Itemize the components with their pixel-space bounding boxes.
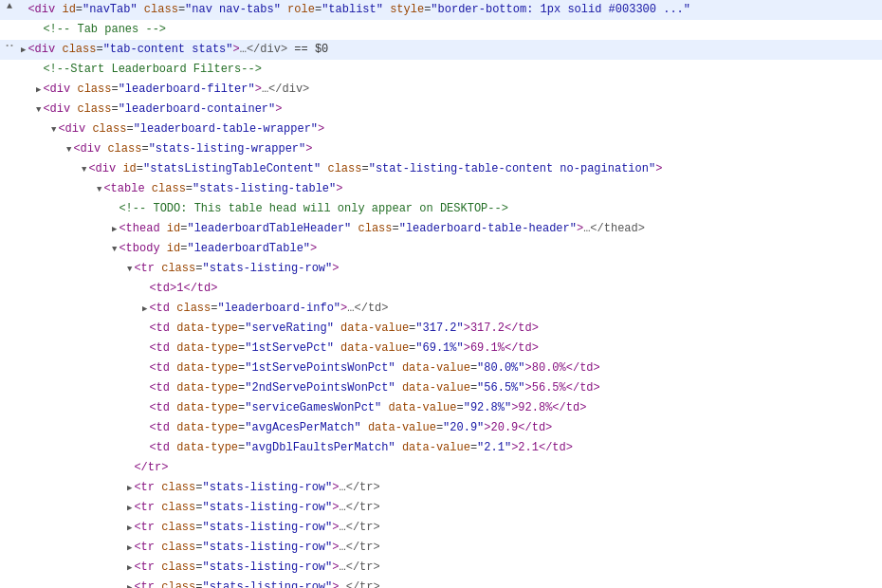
code-line[interactable]: ▶<!--Start Leaderboard Filters-->: [0, 60, 882, 80]
tag-name: <td: [149, 341, 170, 355]
code-line[interactable]: ▶<tr class="stats-listing-row">…</tr>: [0, 578, 882, 588]
code-line[interactable]: ▶<tr class="stats-listing-row">…</tr>: [0, 518, 882, 538]
expand-toggle-icon[interactable]: ▶: [112, 220, 119, 238]
line-content: <tr class="stats-listing-row">…</tr>: [134, 519, 379, 536]
attr-name: data-type: [176, 421, 238, 434]
attr-value: "leaderboard-table-wrapper": [134, 122, 318, 136]
tag-name: <td: [149, 282, 170, 295]
attr-name: data-value: [402, 381, 470, 395]
code-content: ▶<td data-type="serveRating" data-value=…: [17, 320, 542, 338]
attr-value: "20.9": [443, 421, 484, 434]
collapse-toggle-icon[interactable]: ▼: [127, 260, 134, 278]
attr-value: "border-bottom: 1px solid #003300 ...": [431, 3, 690, 16]
code-content: ▶<thead id="leaderboardTableHeader" clas…: [17, 220, 649, 238]
code-line[interactable]: ▶<td data-type="1stServePct" data-value=…: [0, 339, 882, 358]
collapse-toggle-icon[interactable]: ▼: [82, 160, 88, 178]
code-line[interactable]: ▼<div class="stats-listing-wrapper">: [0, 139, 882, 159]
line-content: <!-- TODO: This table head will only app…: [119, 200, 507, 217]
code-line[interactable]: ▼<tbody id="leaderboardTable">: [0, 239, 882, 259]
expand-toggle-icon[interactable]: ▶: [142, 300, 149, 318]
collapse-toggle-icon[interactable]: ▼: [112, 240, 119, 258]
code-content: ▶<!-- Tab panes -->: [17, 21, 170, 39]
expand-toggle-icon[interactable]: ▶: [127, 479, 134, 497]
expand-toggle-icon[interactable]: ▶: [127, 579, 134, 588]
code-line[interactable]: ▲▶<div id="navTab" class="nav nav-tabs" …: [0, 0, 882, 20]
code-line[interactable]: ▼<div id="statsListingTableContent" clas…: [0, 159, 882, 179]
line-content: <!-- Tab panes -->: [43, 21, 166, 38]
code-line[interactable]: ▼<div class="leaderboard-container">: [0, 100, 882, 119]
tag-name: <div: [73, 142, 101, 156]
code-line[interactable]: ▼<div class="leaderboard-table-wrapper">: [0, 119, 882, 139]
code-line[interactable]: ▶<td class="leaderboard-info">…</td>: [0, 299, 882, 319]
collapse-toggle-icon[interactable]: ▼: [66, 140, 73, 158]
attr-name: data-type: [176, 361, 238, 375]
ellipsis: …</tr>: [339, 501, 379, 514]
attr-name: data-type: [176, 341, 238, 355]
attr-value: "leaderboard-filter": [119, 83, 255, 96]
code-content: ▶<!-- TODO: This table head will only ap…: [17, 200, 512, 218]
code-line[interactable]: ▶<td data-type="avgAcesPerMatch" data-va…: [0, 418, 882, 438]
code-line[interactable]: ▼<tr class="stats-listing-row">: [0, 259, 882, 279]
collapse-toggle-icon[interactable]: ▼: [97, 180, 103, 198]
comment-text: <!-- Tab panes -->: [43, 23, 166, 36]
code-line[interactable]: ▶<td data-type="avgDblFaultsPerMatch" da…: [0, 438, 882, 458]
code-line[interactable]: ▼<table class="stats-listing-table">: [0, 179, 882, 199]
line-content: <div class="leaderboard-filter">…</div>: [43, 81, 309, 98]
attr-name: class: [107, 142, 141, 156]
code-line[interactable]: ▶<tr class="stats-listing-row">…</tr>: [0, 558, 882, 578]
attr-value: "leaderboardTable": [187, 242, 310, 255]
attr-value: "stats-listing-row": [202, 501, 332, 514]
code-content: ▼<div class="leaderboard-table-wrapper">: [17, 120, 328, 138]
collapse-toggle-icon[interactable]: ▼: [36, 101, 43, 119]
attr-value: "stats-listing-row": [202, 262, 332, 275]
code-content: ▶<tr class="stats-listing-row">…</tr>: [17, 559, 384, 577]
code-line[interactable]: ▶<td data-type="1stServePointsWonPct" da…: [0, 358, 882, 378]
attr-name: id: [167, 242, 180, 255]
code-line[interactable]: ▶<thead id="leaderboardTableHeader" clas…: [0, 219, 882, 239]
attr-name: data-type: [176, 401, 238, 414]
line-content: <thead id="leaderboardTableHeader" class…: [119, 220, 645, 237]
tag-name: <tr: [134, 541, 155, 554]
attr-value: "tablist": [322, 3, 383, 16]
code-line[interactable]: ▶</tr>: [0, 458, 882, 478]
code-content: ▶<td class="leaderboard-info">…</td>: [17, 300, 393, 318]
attr-name: id: [167, 222, 180, 235]
attr-name: class: [161, 541, 195, 554]
gutter: ▲: [0, 1, 17, 11]
code-line[interactable]: ••▶<div class="tab-content stats">…</div…: [0, 40, 882, 60]
code-content: ▼<div class="leaderboard-container">: [17, 101, 285, 119]
tag-name: <td: [149, 361, 170, 375]
expand-toggle-icon[interactable]: ▶: [21, 41, 28, 59]
code-line[interactable]: ▶<tr class="stats-listing-row">…</tr>: [0, 478, 882, 498]
code-line[interactable]: ▶<td data-type="serviceGamesWonPct" data…: [0, 398, 882, 418]
attr-name: class: [62, 43, 96, 56]
line-content: <td class="leaderboard-info">…</td>: [149, 300, 388, 317]
expand-toggle-icon[interactable]: ▶: [36, 81, 43, 99]
attr-name: class: [77, 102, 111, 116]
attr-value: "leaderboardTableHeader": [187, 222, 351, 235]
code-line[interactable]: ▶<!-- Tab panes -->: [0, 20, 882, 40]
devtools-panel[interactable]: ▲▶<div id="navTab" class="nav nav-tabs" …: [0, 0, 882, 588]
expand-toggle-icon[interactable]: ▶: [127, 559, 134, 577]
attr-name: data-value: [368, 421, 436, 434]
ellipsis: …</div>: [262, 83, 309, 96]
code-line[interactable]: ▶<td data-type="2ndServePointsWonPct" da…: [0, 378, 882, 398]
no-toggle: ▶: [36, 21, 43, 39]
expand-toggle-icon[interactable]: ▶: [127, 539, 134, 557]
code-line[interactable]: ▶<td data-type="serveRating" data-value=…: [0, 319, 882, 339]
code-line[interactable]: ▶<td>1</td>: [0, 279, 882, 299]
code-content: ▶<td>1</td>: [17, 280, 221, 298]
attr-value: "serviceGamesWonPct": [245, 401, 381, 414]
code-line[interactable]: ▶<tr class="stats-listing-row">…</tr>: [0, 538, 882, 558]
expand-toggle-icon[interactable]: ▶: [127, 519, 134, 537]
expand-toggle-icon[interactable]: ▶: [127, 499, 134, 517]
ellipsis: …</div>: [240, 43, 287, 56]
code-line[interactable]: ▶<!-- TODO: This table head will only ap…: [0, 199, 882, 219]
code-line[interactable]: ▶<div class="leaderboard-filter">…</div>: [0, 80, 882, 100]
code-content: ▶<!--Start Leaderboard Filters-->: [17, 61, 266, 79]
collapse-toggle-icon[interactable]: ▼: [51, 120, 58, 138]
code-line[interactable]: ▶<tr class="stats-listing-row">…</tr>: [0, 498, 882, 518]
tag-name: <tr: [134, 560, 155, 574]
attr-name: class: [161, 580, 195, 588]
ellipsis: …</tr>: [339, 521, 379, 534]
